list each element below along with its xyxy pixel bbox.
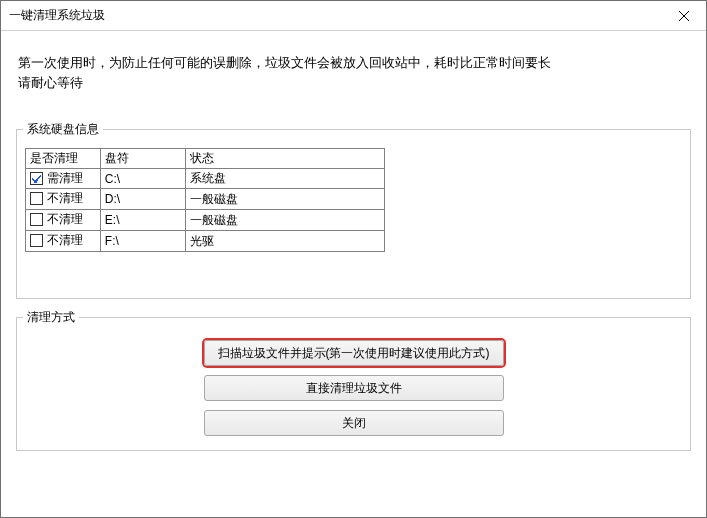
disk-info-group: 系统硬盘信息 是否清理 盘符 状态 需清理C:\系统盘不清理D:\一般磁盘不清理… xyxy=(16,121,691,299)
checkbox-label: 不清理 xyxy=(47,190,83,207)
checkbox-icon[interactable] xyxy=(30,213,43,226)
scan-button[interactable]: 扫描垃圾文件并提示(第一次使用时建议使用此方式) xyxy=(204,340,504,366)
header-check: 是否清理 xyxy=(26,149,101,169)
clean-mode-legend: 清理方式 xyxy=(23,309,79,326)
table-row: 不清理E:\一般磁盘 xyxy=(26,210,385,231)
cell-drive: F:\ xyxy=(100,231,185,252)
window-title: 一键清理系统垃圾 xyxy=(9,7,105,24)
table-row: 不清理D:\一般磁盘 xyxy=(26,189,385,210)
close-icon[interactable] xyxy=(661,1,706,30)
cell-state: 系统盘 xyxy=(185,169,384,189)
checkbox-label: 不清理 xyxy=(47,232,83,249)
checkbox-label: 不清理 xyxy=(47,211,83,228)
checkbox-icon[interactable] xyxy=(30,172,43,185)
header-state: 状态 xyxy=(185,149,384,169)
titlebar: 一键清理系统垃圾 xyxy=(1,1,706,31)
cell-state: 一般磁盘 xyxy=(185,210,384,231)
table-row: 需清理C:\系统盘 xyxy=(26,169,385,189)
cell-check[interactable]: 不清理 xyxy=(26,210,101,231)
disk-info-legend: 系统硬盘信息 xyxy=(23,121,103,138)
cell-check[interactable]: 不清理 xyxy=(26,189,101,210)
header-drive: 盘符 xyxy=(100,149,185,169)
cell-state: 光驱 xyxy=(185,231,384,252)
cell-check[interactable]: 需清理 xyxy=(26,169,101,189)
direct-clean-button[interactable]: 直接清理垃圾文件 xyxy=(204,375,504,401)
content-area: 第一次使用时，为防止任何可能的误删除，垃圾文件会被放入回收站中，耗时比正常时间要… xyxy=(1,31,706,517)
cell-check[interactable]: 不清理 xyxy=(26,231,101,252)
checkbox-label: 需清理 xyxy=(47,170,83,187)
intro-line1: 第一次使用时，为防止任何可能的误删除，垃圾文件会被放入回收站中，耗时比正常时间要… xyxy=(18,53,689,73)
intro-text: 第一次使用时，为防止任何可能的误删除，垃圾文件会被放入回收站中，耗时比正常时间要… xyxy=(18,53,689,93)
cell-state: 一般磁盘 xyxy=(185,189,384,210)
cell-drive: C:\ xyxy=(100,169,185,189)
checkbox-icon[interactable] xyxy=(30,234,43,247)
app-window: 一键清理系统垃圾 第一次使用时，为防止任何可能的误删除，垃圾文件会被放入回收站中… xyxy=(0,0,707,518)
table-header-row: 是否清理 盘符 状态 xyxy=(26,149,385,169)
disk-table: 是否清理 盘符 状态 需清理C:\系统盘不清理D:\一般磁盘不清理E:\一般磁盘… xyxy=(25,148,385,252)
intro-line2: 请耐心等待 xyxy=(18,73,689,93)
table-row: 不清理F:\光驱 xyxy=(26,231,385,252)
close-button[interactable]: 关闭 xyxy=(204,410,504,436)
cell-drive: E:\ xyxy=(100,210,185,231)
clean-mode-group: 清理方式 扫描垃圾文件并提示(第一次使用时建议使用此方式) 直接清理垃圾文件 关… xyxy=(16,309,691,451)
cell-drive: D:\ xyxy=(100,189,185,210)
checkbox-icon[interactable] xyxy=(30,192,43,205)
